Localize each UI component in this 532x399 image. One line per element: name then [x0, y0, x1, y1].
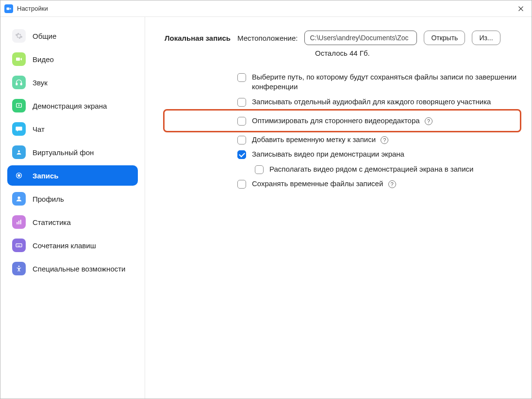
help-icon[interactable]: ?: [381, 136, 388, 144]
svg-rect-0: [7, 7, 10, 10]
highlighted-option: Оптимизировать для стороннего видеоредак…: [163, 109, 521, 132]
sidebar-item-label: Видео: [33, 55, 54, 64]
svg-rect-5: [20, 83, 22, 85]
profile-icon: [12, 192, 26, 206]
option-keep-temp-files: Сохранять временные файлы записей ?: [165, 176, 520, 191]
sidebar-item-general[interactable]: Общие: [7, 26, 138, 46]
section-title: Локальная запись: [165, 34, 231, 42]
help-icon[interactable]: ?: [425, 117, 432, 125]
svg-rect-18: [17, 246, 20, 246]
recording-path-input[interactable]: [304, 31, 417, 45]
sidebar: Общие Видео Звук Демонстрация экрана: [0, 17, 145, 399]
svg-point-19: [18, 266, 20, 267]
recording-options: Выберите путь, по которому будут сохраня…: [165, 70, 520, 191]
content-panel: Локальная запись Местоположение: Открыть…: [145, 17, 532, 399]
option-choose-path: Выберите путь, по которому будут сохраня…: [165, 70, 520, 95]
sidebar-item-label: Звук: [33, 79, 48, 87]
sidebar-item-label: Специальные возможности: [33, 265, 126, 273]
accessibility-icon: [12, 262, 26, 275]
svg-rect-3: [16, 58, 20, 61]
sidebar-item-label: Запись: [33, 172, 59, 180]
option-video-beside-share: Располагать видео рядом с демонстрацией …: [165, 162, 520, 176]
sidebar-item-audio[interactable]: Звук: [7, 72, 138, 93]
sidebar-item-virtual-background[interactable]: Виртуальный фон: [7, 142, 138, 162]
sidebar-item-shortcuts[interactable]: Сочетания клавиш: [7, 235, 138, 255]
sidebar-item-chat[interactable]: Чат: [7, 119, 138, 139]
sidebar-item-share-screen[interactable]: Демонстрация экрана: [7, 96, 138, 116]
help-icon[interactable]: ?: [388, 180, 396, 188]
checkbox[interactable]: [255, 165, 264, 174]
chat-icon: [12, 122, 26, 136]
option-label: Добавить временную метку к записи ?: [252, 135, 388, 144]
option-label: Оптимизировать для стороннего видеоредак…: [252, 116, 432, 126]
sidebar-item-label: Статистика: [33, 218, 71, 226]
svg-rect-4: [16, 83, 17, 85]
checkbox[interactable]: [237, 136, 246, 144]
svg-point-15: [17, 245, 17, 245]
location-label: Местоположение:: [237, 34, 298, 42]
option-record-video-during-share: Записывать видео при демонстрации экрана: [165, 147, 520, 161]
sidebar-item-statistics[interactable]: Статистика: [7, 212, 138, 232]
sidebar-item-accessibility[interactable]: Специальные возможности: [7, 258, 138, 279]
close-button[interactable]: [514, 2, 528, 16]
svg-point-16: [18, 245, 19, 245]
svg-point-17: [19, 245, 20, 245]
svg-rect-13: [20, 220, 21, 224]
titlebar: Настройки: [0, 0, 532, 17]
headphones-icon: [12, 76, 26, 89]
sidebar-item-video[interactable]: Видео: [7, 49, 138, 69]
sidebar-item-label: Виртуальный фон: [33, 148, 94, 157]
checkbox[interactable]: [237, 117, 246, 126]
gear-icon: [12, 29, 26, 43]
svg-rect-12: [18, 221, 19, 224]
option-optimize-3rd-party: Оптимизировать для стороннего видеоредак…: [237, 113, 516, 128]
sidebar-item-label: Демонстрация экрана: [33, 102, 107, 110]
svg-rect-14: [16, 244, 22, 247]
svg-point-9: [18, 175, 20, 176]
sidebar-item-recording[interactable]: Запись: [7, 165, 138, 186]
app-icon: [4, 4, 13, 13]
video-icon: [12, 52, 26, 66]
option-label: Выберите путь, по которому будут сохраня…: [252, 72, 520, 92]
option-label: Записывать отдельный аудиофайл для каждо…: [252, 97, 491, 107]
svg-rect-11: [17, 222, 17, 224]
option-separate-audio: Записывать отдельный аудиофайл для каждо…: [165, 95, 520, 109]
sidebar-item-label: Чат: [33, 125, 45, 133]
option-add-timestamp: Добавить временную метку к записи ?: [165, 132, 520, 147]
open-button[interactable]: Открыть: [424, 31, 465, 45]
change-location-button[interactable]: Из...: [472, 31, 500, 45]
option-label: Располагать видео рядом с демонстрацией …: [269, 164, 473, 174]
option-label: Записывать видео при демонстрации экрана: [252, 149, 404, 159]
svg-point-10: [17, 196, 20, 199]
sidebar-item-label: Профиль: [33, 195, 64, 203]
option-label: Сохранять временные файлы записей ?: [252, 179, 396, 189]
checkbox[interactable]: [237, 98, 246, 107]
stats-icon: [12, 215, 26, 229]
record-icon: [12, 169, 26, 182]
sidebar-item-label: Общие: [33, 32, 56, 40]
remaining-space: Осталось 44 Гб.: [315, 49, 520, 57]
sidebar-item-profile[interactable]: Профиль: [7, 189, 138, 209]
sidebar-item-label: Сочетания клавиш: [33, 241, 96, 250]
svg-point-7: [18, 150, 20, 152]
checkbox[interactable]: [237, 150, 246, 159]
keyboard-icon: [12, 239, 26, 252]
share-screen-icon: [12, 99, 26, 112]
virtual-bg-icon: [12, 145, 26, 159]
checkbox[interactable]: [237, 180, 246, 189]
checkbox[interactable]: [237, 73, 246, 82]
window-title: Настройки: [17, 5, 48, 12]
